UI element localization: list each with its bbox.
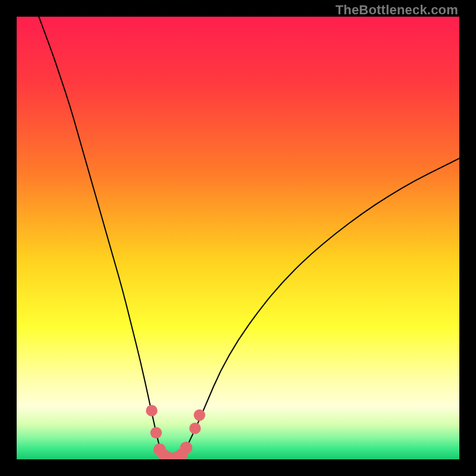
gradient-background — [17, 17, 459, 459]
plot-area — [17, 17, 459, 459]
marker-point — [151, 427, 162, 439]
marker-point — [146, 405, 157, 416]
chart-svg — [17, 17, 459, 459]
watermark-text: TheBottleneck.com — [336, 2, 458, 18]
marker-point — [194, 409, 205, 421]
marker-point — [180, 441, 193, 454]
chart-frame: TheBottleneck.com — [0, 0, 476, 476]
marker-point — [189, 422, 201, 434]
